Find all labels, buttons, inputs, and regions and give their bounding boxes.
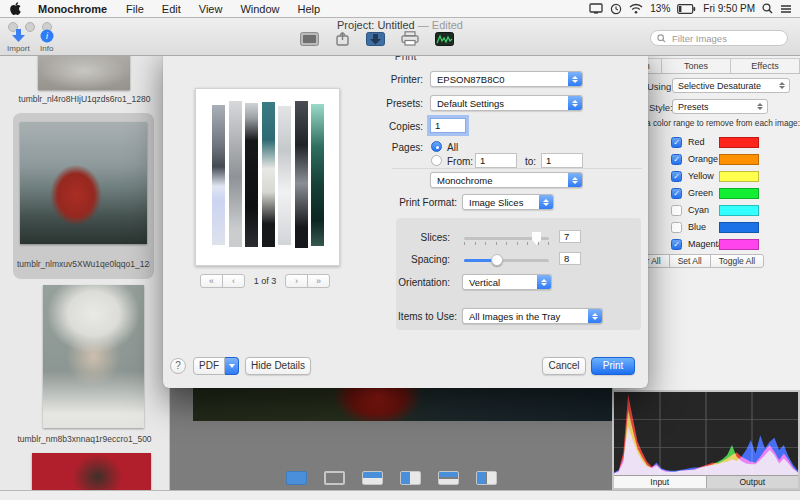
presets-popup[interactable]: Default Settings	[430, 95, 583, 111]
search-input[interactable]	[670, 32, 781, 45]
presets-label: Presets:	[333, 98, 423, 109]
tray-thumbnail[interactable]	[20, 122, 147, 244]
time-machine-icon[interactable]	[610, 3, 622, 15]
app-section-popup[interactable]: Monochrome	[430, 172, 583, 188]
toggle-all-button[interactable]: Toggle All	[710, 254, 764, 268]
image-tray-sidebar[interactable]: tumblr_nl4ro8HIjU1qzds6ro1_1280 tumblr_n…	[0, 56, 170, 490]
checkbox-blue[interactable]	[671, 222, 682, 233]
print-format-popup[interactable]: Image Slices	[462, 194, 554, 210]
checkbox-cyan[interactable]	[671, 205, 682, 216]
using-label: Using:	[647, 81, 674, 92]
image-slice	[229, 101, 242, 247]
view-mode-stacked-icon[interactable]	[438, 471, 459, 485]
menu-item-view[interactable]: View	[190, 3, 232, 15]
histogram-plot	[614, 392, 798, 475]
image-slice	[278, 106, 291, 245]
menu-items: MonochromeFileEditViewWindowHelp	[29, 3, 329, 15]
tab-effects[interactable]: Effects	[731, 59, 800, 73]
wifi-icon[interactable]	[629, 3, 643, 14]
menu-status-area: 13% Fri 9:50 PM	[589, 3, 792, 15]
add-to-tray-icon[interactable]	[366, 32, 385, 46]
first-page-button[interactable]: «	[200, 274, 223, 288]
share-icon[interactable]	[335, 31, 350, 46]
next-page-button[interactable]: ›	[285, 274, 308, 288]
spotlight-search-icon[interactable]	[762, 3, 773, 14]
items-to-use-popup[interactable]: All Images in the Tray	[462, 308, 603, 324]
color-swatch-green	[719, 188, 759, 199]
set-all-button[interactable]: Set All	[669, 254, 711, 268]
display-mirroring-icon[interactable]	[589, 3, 603, 14]
spacing-value-field[interactable]	[559, 252, 581, 265]
apple-menu-icon[interactable]	[10, 2, 21, 15]
histogram-tab-output[interactable]: Output	[706, 476, 799, 488]
printer-popup[interactable]: EPSON87B8C0	[430, 71, 583, 87]
last-page-button[interactable]: »	[307, 274, 330, 288]
checkbox-green[interactable]: ✓	[671, 188, 682, 199]
pdf-menu-button[interactable]: PDF	[193, 357, 239, 375]
popup-stepper-icon	[537, 275, 551, 289]
checkbox-red[interactable]: ✓	[671, 137, 682, 148]
menu-clock[interactable]: Fri 9:50 PM	[703, 3, 755, 14]
pages-range-radio[interactable]	[431, 155, 442, 166]
hide-details-button[interactable]: Hide Details	[245, 357, 311, 375]
slices-slider[interactable]	[464, 237, 549, 240]
battery-percent-label[interactable]: 13%	[650, 3, 670, 14]
color-swatch-magenta	[719, 239, 759, 250]
color-label: Cyan	[688, 205, 709, 215]
color-label: Green	[688, 188, 713, 198]
slices-value-field[interactable]	[559, 230, 581, 243]
copies-field[interactable]	[430, 118, 466, 133]
view-mode-split-top-icon[interactable]	[362, 471, 383, 485]
slices-label: Slices:	[353, 232, 450, 243]
style-popup[interactable]: Presets	[672, 99, 768, 114]
spacing-slider[interactable]	[464, 259, 549, 262]
display-view-icon[interactable]	[300, 32, 319, 46]
import-button[interactable]: Import	[7, 29, 30, 53]
info-label: Info	[40, 44, 53, 53]
help-button[interactable]: ?	[170, 358, 186, 374]
menu-item-window[interactable]: Window	[231, 3, 288, 15]
view-mode-original-icon[interactable]	[324, 471, 345, 485]
notification-center-icon[interactable]	[780, 4, 792, 14]
print-icon[interactable]	[401, 31, 419, 46]
tray-thumbnail[interactable]	[38, 56, 130, 90]
using-popup[interactable]: Selective Desaturate	[672, 78, 790, 93]
menu-item-file[interactable]: File	[117, 3, 153, 15]
histogram-tab-input[interactable]: Input	[614, 476, 706, 488]
color-label: Blue	[688, 222, 706, 232]
tray-item-caption: tumblr_nl4ro8HIjU1qzds6ro1_1280	[0, 94, 169, 104]
menu-item-monochrome[interactable]: Monochrome	[29, 3, 117, 15]
previous-page-button[interactable]: ‹	[222, 274, 245, 288]
checkbox-yellow[interactable]: ✓	[671, 171, 682, 182]
image-slice	[245, 103, 258, 247]
histogram-tabs: Input Output	[614, 475, 798, 488]
items-to-use-label: Items to Use:	[353, 311, 457, 322]
to-field[interactable]	[541, 153, 583, 168]
color-swatch-red	[719, 137, 759, 148]
spacing-slider-thumb[interactable]	[491, 254, 503, 266]
battery-icon[interactable]	[677, 4, 696, 14]
menu-item-edit[interactable]: Edit	[153, 3, 190, 15]
section-divider	[392, 168, 642, 169]
tray-thumbnail[interactable]	[32, 453, 151, 490]
view-mode-split-left-icon[interactable]	[400, 471, 421, 485]
histogram-icon[interactable]	[435, 32, 454, 46]
checkbox-orange[interactable]: ✓	[671, 154, 682, 165]
from-field[interactable]	[475, 153, 517, 168]
checkbox-magenta[interactable]: ✓	[671, 239, 682, 250]
orientation-popup[interactable]: Vertical	[462, 274, 552, 290]
tray-thumbnail[interactable]	[43, 285, 144, 428]
menu-item-help[interactable]: Help	[289, 3, 330, 15]
pages-all-radio[interactable]	[431, 141, 442, 152]
view-mode-side-by-side-icon[interactable]	[476, 471, 497, 485]
filter-images-search[interactable]	[650, 30, 788, 46]
cancel-button[interactable]: Cancel	[542, 357, 586, 375]
image-slice	[295, 101, 308, 248]
window-titlebar: Project: Untitled — Edited Import i Info	[0, 18, 800, 56]
style-label: Style:	[649, 102, 673, 113]
print-button[interactable]: Print	[591, 357, 635, 375]
tab-tones[interactable]: Tones	[662, 59, 731, 73]
view-mode-single-icon[interactable]	[286, 471, 307, 485]
info-button[interactable]: i Info	[40, 29, 54, 53]
import-arrow-icon	[11, 29, 26, 43]
